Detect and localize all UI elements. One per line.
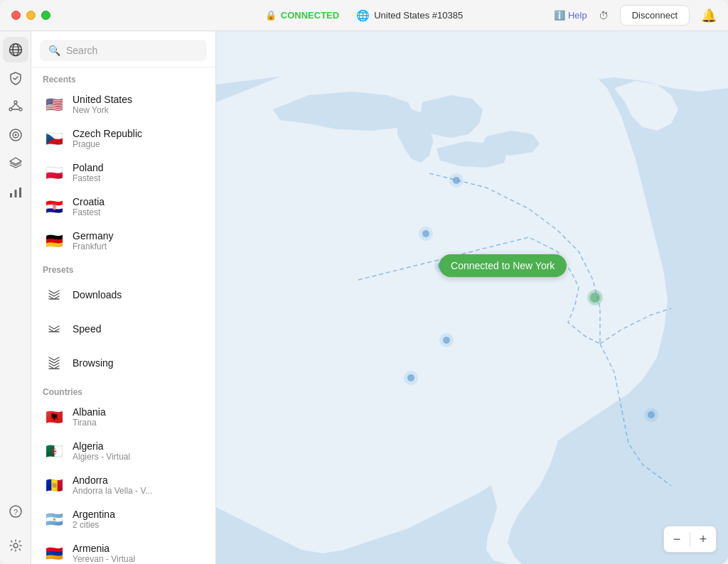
server-info: 🌐 United States #10385 bbox=[356, 9, 463, 22]
flag-cz: 🇨🇿 bbox=[43, 127, 65, 150]
recent-pl[interactable]: 🇵🇱 Poland Fastest bbox=[31, 156, 215, 190]
server-details-ad: Andorra Andorra la Vella - V... bbox=[73, 474, 204, 496]
server-name-ar: Argentina bbox=[73, 509, 204, 520]
svg-point-19 bbox=[14, 543, 18, 548]
server-details-us: United States New York bbox=[73, 94, 204, 115]
fullscreen-button[interactable] bbox=[41, 11, 50, 20]
country-al[interactable]: 🇦🇱 Albania Tirana bbox=[31, 400, 215, 434]
server-sub-us: New York bbox=[73, 105, 204, 115]
svg-rect-15 bbox=[14, 190, 16, 197]
stats-nav-icon bbox=[9, 185, 23, 199]
nav-mesh-icon[interactable] bbox=[3, 94, 28, 119]
server-name-al: Albania bbox=[73, 406, 204, 418]
country-ar[interactable]: 🇦🇷 Argentina 2 cities bbox=[31, 502, 215, 536]
preset-name-browsing: Browsing bbox=[73, 357, 204, 369]
sidebar-icons: ? bbox=[0, 31, 31, 564]
search-input-wrapper[interactable]: 🔍 bbox=[40, 40, 207, 61]
svg-text:?: ? bbox=[13, 508, 17, 516]
server-sub-ar: 2 cities bbox=[73, 520, 204, 530]
nav-settings-icon[interactable] bbox=[3, 533, 28, 558]
server-sub-de: Frankfurt bbox=[73, 242, 204, 251]
country-am[interactable]: 🇦🇲 Armenia Yerevan - Virtual bbox=[31, 536, 215, 564]
svg-point-5 bbox=[14, 101, 17, 104]
flag-hr: 🇭🇷 bbox=[43, 195, 65, 218]
map-dot-4 bbox=[443, 337, 450, 344]
svg-point-13 bbox=[14, 134, 16, 136]
flag-pl: 🇵🇱 bbox=[43, 161, 65, 184]
globe-nav-icon bbox=[9, 43, 23, 57]
preset-browsing[interactable]: Browsing bbox=[31, 346, 215, 380]
connected-badge: 🔒 CONNECTED bbox=[265, 10, 339, 21]
flag-ar: 🇦🇷 bbox=[43, 508, 65, 531]
country-ad[interactable]: 🇦🇩 Andorra Andorra la Vella - V... bbox=[31, 468, 215, 502]
titlebar-right: ℹ️ Help ⏱ Disconnect 🔔 bbox=[554, 5, 717, 26]
globe-icon: 🌐 bbox=[356, 9, 370, 22]
preset-speed[interactable]: Speed bbox=[31, 312, 215, 346]
help-button[interactable]: ℹ️ Help bbox=[554, 10, 587, 21]
flag-us: 🇺🇸 bbox=[43, 93, 65, 116]
server-label: United States #10385 bbox=[374, 10, 463, 21]
connected-label: CONNECTED bbox=[281, 10, 339, 21]
nav-shield-icon[interactable] bbox=[3, 65, 28, 91]
preset-downloads[interactable]: Downloads bbox=[31, 278, 215, 312]
svg-point-6 bbox=[9, 108, 12, 111]
zoom-controls: − + bbox=[663, 526, 717, 553]
preset-details-browsing: Browsing bbox=[73, 357, 204, 369]
traffic-lights bbox=[11, 11, 50, 20]
server-details-pl: Poland Fastest bbox=[73, 162, 204, 183]
nav-servers-icon[interactable] bbox=[3, 37, 28, 63]
search-input[interactable] bbox=[66, 45, 198, 56]
recent-us[interactable]: 🇺🇸 United States New York bbox=[31, 87, 215, 121]
recent-cz[interactable]: 🇨🇿 Czech Republic Prague bbox=[31, 121, 215, 156]
nav-target-icon[interactable] bbox=[3, 122, 28, 148]
help-icon: ℹ️ bbox=[554, 10, 565, 21]
server-details-de: Germany Frankfurt bbox=[73, 230, 204, 251]
search-bar: 🔍 bbox=[31, 31, 215, 67]
target-nav-icon bbox=[9, 128, 23, 142]
recent-de[interactable]: 🇩🇪 Germany Frankfurt bbox=[31, 224, 215, 258]
downloads-icon bbox=[43, 283, 65, 306]
search-icon: 🔍 bbox=[48, 45, 60, 56]
lock-icon: 🔒 bbox=[265, 10, 277, 21]
close-button[interactable] bbox=[11, 11, 21, 20]
nav-help-icon[interactable]: ? bbox=[3, 499, 28, 524]
list-content: Recents 🇺🇸 United States New York 🇨🇿 Cze… bbox=[31, 67, 215, 564]
preset-name-speed: Speed bbox=[73, 323, 204, 335]
server-sub-cz: Prague bbox=[73, 139, 204, 149]
flag-am: 🇦🇲 bbox=[43, 542, 65, 564]
titlebar: 🔒 CONNECTED 🌐 United States #10385 ℹ️ He… bbox=[0, 0, 728, 31]
preset-details-downloads: Downloads bbox=[73, 289, 204, 300]
recents-header: Recents bbox=[31, 67, 215, 87]
presets-header: Presets bbox=[31, 258, 215, 278]
notifications-button[interactable]: 🔔 bbox=[701, 8, 717, 23]
server-name-us: United States bbox=[73, 94, 204, 105]
vpn-settings-button[interactable]: ⏱ bbox=[599, 10, 609, 21]
server-sub-ad: Andorra la Vella - V... bbox=[73, 486, 204, 496]
server-details-am: Armenia Yerevan - Virtual bbox=[73, 543, 204, 564]
preset-name-downloads: Downloads bbox=[73, 289, 204, 300]
server-sub-hr: Fastest bbox=[73, 207, 204, 217]
svg-line-9 bbox=[16, 104, 21, 109]
browsing-icon bbox=[43, 352, 65, 374]
server-name-de: Germany bbox=[73, 230, 204, 242]
flag-dz: 🇩🇿 bbox=[43, 440, 65, 462]
nav-layers-icon[interactable] bbox=[3, 151, 28, 176]
country-dz[interactable]: 🇩🇿 Algeria Algiers - Virtual bbox=[31, 434, 215, 468]
map-dot-newyork bbox=[590, 293, 600, 303]
gear-nav-icon bbox=[9, 538, 23, 553]
map-dot-2 bbox=[422, 230, 429, 237]
disconnect-button[interactable]: Disconnect bbox=[620, 5, 690, 26]
server-sub-dz: Algiers - Virtual bbox=[73, 452, 204, 462]
zoom-out-button[interactable]: − bbox=[664, 526, 690, 552]
server-name-pl: Poland bbox=[73, 162, 204, 173]
svg-point-7 bbox=[19, 108, 22, 111]
zoom-in-button[interactable]: + bbox=[690, 526, 716, 552]
server-name-hr: Croatia bbox=[73, 196, 204, 207]
minimize-button[interactable] bbox=[26, 11, 36, 20]
countries-header: Countries bbox=[31, 380, 215, 400]
flag-al: 🇦🇱 bbox=[43, 406, 65, 428]
recent-hr[interactable]: 🇭🇷 Croatia Fastest bbox=[31, 190, 215, 224]
nav-stats-icon[interactable] bbox=[3, 179, 28, 205]
mesh-nav-icon bbox=[9, 99, 23, 114]
map-area: Connected to New York − + bbox=[216, 31, 728, 564]
